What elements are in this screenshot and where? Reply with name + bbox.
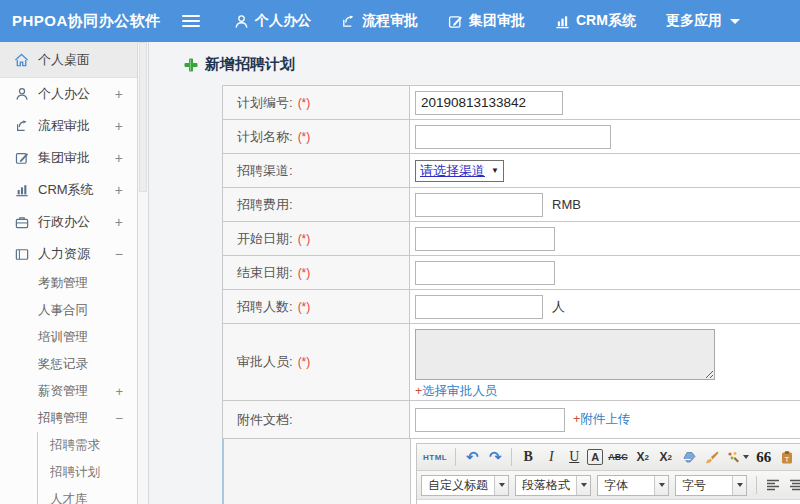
format-brush-button[interactable]	[702, 447, 722, 467]
sidebar-item-attendance[interactable]: 考勤管理	[0, 270, 137, 297]
html-source-button[interactable]: HTML	[421, 447, 449, 467]
field-label: 开始日期:	[237, 230, 293, 248]
align-center-button[interactable]	[786, 475, 800, 495]
form-row-description: HTML ↶ ↷ B I U A ABC X2 X2	[222, 439, 800, 504]
sidebar-item-crm[interactable]: CRM系统 +	[0, 174, 137, 206]
recruitment-plan-form: 计划编号:(*) 计划名称:(*) 招聘渠道: 请选择渠道 ▼ 招聘费用: RM…	[222, 85, 800, 504]
attachment-upload-link[interactable]: +附件上传	[573, 411, 630, 428]
approver-textarea[interactable]	[415, 329, 715, 380]
editor-toolbar-row1: HTML ↶ ↷ B I U A ABC X2 X2	[417, 444, 800, 471]
caret-down-icon	[743, 455, 749, 459]
custom-style-combobox[interactable]: 自定义标题	[421, 475, 509, 496]
sidebar-item-talent-pool[interactable]: 人才库	[38, 486, 137, 504]
expand-plus[interactable]: +	[115, 182, 123, 198]
field-label: 招聘人数:	[237, 298, 293, 316]
required-marker: (*)	[298, 130, 311, 144]
sidebar-item-recruit-demand[interactable]: 招聘需求	[38, 432, 137, 459]
page-title: 新增招聘计划	[184, 55, 295, 74]
expand-plus[interactable]: +	[115, 118, 123, 134]
sidebar-item-desktop[interactable]: 个人桌面	[0, 42, 137, 78]
bold-button[interactable]: B	[518, 447, 538, 467]
field-label: 结束日期:	[237, 264, 293, 282]
plan-name-input[interactable]	[415, 125, 611, 149]
font-family-combobox[interactable]: 字体	[597, 475, 669, 496]
field-label: 计划编号:	[237, 94, 293, 112]
channel-select[interactable]: 请选择渠道 ▼	[415, 160, 504, 182]
superscript-button[interactable]: X2	[633, 447, 653, 467]
sidebar-item-rewards[interactable]: 奖惩记录	[0, 351, 137, 378]
eraser-button[interactable]	[679, 447, 699, 467]
attachment-input[interactable]	[415, 408, 565, 432]
user-icon	[13, 86, 30, 102]
paragraph-format-combobox[interactable]: 段落格式	[515, 475, 591, 496]
top-navbar: PHPOA协同办公软件 个人办公 流程审批 集团审批 CRM系统 更多应用	[0, 0, 800, 42]
sidebar-item-workflow-approval[interactable]: 流程审批 +	[0, 110, 137, 142]
nav-item-group-approval[interactable]: 集团审批	[448, 12, 525, 30]
form-row-approver: 审批人员:(*) +选择审批人员	[223, 324, 800, 401]
font-size-combobox[interactable]: 字号	[675, 475, 747, 496]
collapse-minus[interactable]: −	[115, 411, 123, 426]
sidebar-item-recruitment[interactable]: 招聘管理−	[0, 405, 137, 432]
hamburger-menu-icon[interactable]	[182, 15, 200, 27]
redo-button[interactable]: ↷	[485, 447, 505, 467]
caret-down-icon	[737, 483, 743, 487]
nav-item-more-apps[interactable]: 更多应用	[666, 12, 740, 30]
sidebar-hr-submenu: 考勤管理 人事合同 培训管理 奖惩记录 薪资管理+ 招聘管理− 招聘需求 招聘计…	[0, 270, 137, 504]
sidebar-scrollbar[interactable]	[137, 42, 149, 504]
form-row-plan-number: 计划编号:(*)	[223, 86, 800, 120]
expand-plus[interactable]: +	[115, 384, 123, 399]
italic-button[interactable]: I	[541, 447, 561, 467]
required-marker: (*)	[298, 266, 311, 280]
caret-down-icon	[581, 483, 587, 487]
field-label: 招聘渠道:	[237, 162, 293, 180]
sidebar-item-group-approval[interactable]: 集团审批 +	[0, 142, 137, 174]
expand-plus[interactable]: +	[115, 86, 123, 102]
plus-icon	[184, 58, 198, 72]
strikethrough-button[interactable]: ABC	[606, 447, 630, 467]
plan-number-input[interactable]	[415, 91, 563, 115]
editor-toolbar-row2: 自定义标题 段落格式 字体 字号	[417, 471, 800, 500]
rich-text-editor: HTML ↶ ↷ B I U A ABC X2 X2	[416, 443, 800, 504]
expand-plus[interactable]: +	[115, 150, 123, 166]
sidebar: 个人桌面 个人办公 + 流程审批 + 集团审批 + CRM系统 + 行政办公 +…	[0, 42, 137, 504]
form-row-fee: 招聘费用: RMB	[223, 188, 800, 222]
end-date-input[interactable]	[415, 261, 555, 285]
sidebar-item-hr[interactable]: 人力资源 −	[0, 238, 137, 270]
expand-plus[interactable]: +	[115, 214, 123, 230]
blockquote-button[interactable]: 66	[754, 447, 774, 467]
collapse-minus[interactable]: −	[115, 246, 123, 262]
format-painter-button[interactable]	[725, 447, 751, 467]
sidebar-item-personal-office[interactable]: 个人办公 +	[0, 78, 137, 110]
fee-input[interactable]	[415, 193, 543, 217]
navbar-menu: 个人办公 流程审批 集团审批 CRM系统 更多应用	[234, 12, 740, 30]
field-label: 附件文档:	[237, 411, 293, 429]
sidebar-item-contracts[interactable]: 人事合同	[0, 297, 137, 324]
headcount-input[interactable]	[415, 295, 543, 319]
nav-item-workflow-approval[interactable]: 流程审批	[341, 12, 418, 30]
undo-button[interactable]: ↶	[462, 447, 482, 467]
sidebar-item-recruit-plan[interactable]: 招聘计划	[38, 459, 137, 486]
form-row-start-date: 开始日期:(*)	[223, 222, 800, 256]
editor-content-area[interactable]	[417, 500, 800, 504]
choose-approver-link[interactable]: +选择审批人员	[415, 383, 497, 400]
form-row-channel: 招聘渠道: 请选择渠道 ▼	[223, 154, 800, 188]
edit-icon	[448, 14, 463, 29]
nav-item-crm[interactable]: CRM系统	[555, 12, 636, 30]
user-icon	[234, 14, 249, 29]
paste-button[interactable]: T	[777, 447, 797, 467]
headcount-unit-label: 人	[552, 298, 565, 316]
sidebar-item-training[interactable]: 培训管理	[0, 324, 137, 351]
nav-item-personal-office[interactable]: 个人办公	[234, 12, 311, 30]
workflow-icon	[341, 14, 356, 29]
subscript-button[interactable]: X2	[656, 447, 676, 467]
underline-button[interactable]: U	[564, 447, 584, 467]
font-border-button[interactable]: A	[587, 449, 603, 465]
form-row-end-date: 结束日期:(*)	[223, 256, 800, 290]
align-left-button[interactable]	[763, 475, 783, 495]
caret-down-icon	[499, 483, 505, 487]
chart-icon	[13, 182, 30, 198]
sidebar-item-salary[interactable]: 薪资管理+	[0, 378, 137, 405]
sidebar-item-admin-office[interactable]: 行政办公 +	[0, 206, 137, 238]
start-date-input[interactable]	[415, 227, 555, 251]
caret-down-icon	[730, 19, 740, 24]
